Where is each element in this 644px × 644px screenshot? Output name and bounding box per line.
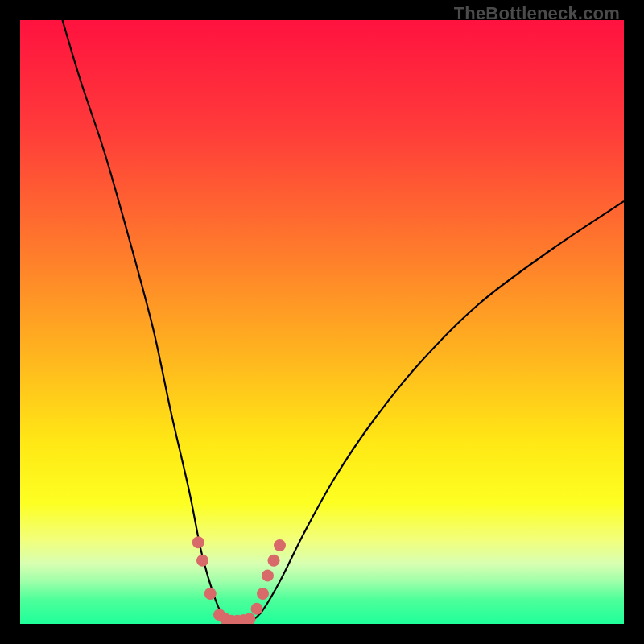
valley-dot [257, 588, 269, 600]
valley-dot [251, 603, 263, 615]
plot-area [20, 20, 624, 624]
valley-dot [262, 570, 274, 582]
outer-black-frame: TheBottleneck.com [0, 0, 644, 644]
gradient-background [20, 20, 624, 624]
valley-dot [192, 536, 204, 548]
valley-dot [268, 555, 280, 567]
valley-dot [196, 555, 208, 567]
valley-dot [274, 539, 286, 551]
valley-dot [204, 588, 217, 600]
chart-svg [20, 20, 624, 624]
